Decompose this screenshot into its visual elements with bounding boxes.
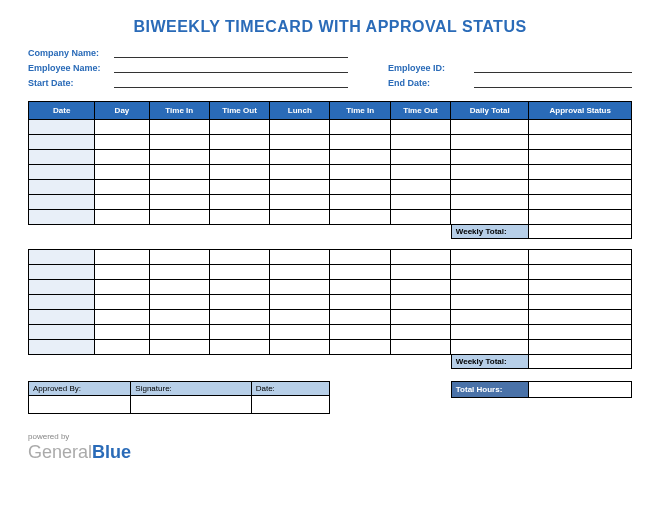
weekly-total-label: Weekly Total: — [451, 225, 529, 239]
table-row — [29, 165, 632, 180]
company-name-field[interactable] — [114, 46, 348, 58]
end-date-field[interactable] — [474, 76, 632, 88]
approval-date-label: Date: — [251, 382, 329, 396]
signature-label: Signature: — [131, 382, 251, 396]
footer: powered by GeneralBlue — [28, 432, 632, 463]
weekly-total-week1: Weekly Total: — [451, 225, 632, 239]
start-date-field[interactable] — [114, 76, 348, 88]
col-lunch: Lunch — [270, 102, 330, 120]
company-name-label: Company Name: — [28, 48, 114, 58]
table-row — [29, 340, 632, 355]
date-cell[interactable] — [29, 135, 95, 150]
col-daily-total: Daily Total — [451, 102, 529, 120]
page-title: BIWEEKLY TIMECARD WITH APPROVAL STATUS — [28, 18, 632, 36]
approved-by-field[interactable] — [29, 396, 131, 414]
total-hours-box: Total Hours: — [451, 381, 632, 398]
table-row — [29, 250, 632, 265]
total-hours-label: Total Hours: — [451, 381, 529, 398]
col-time-out-1: Time Out — [209, 102, 269, 120]
timecard-table-week2 — [28, 249, 632, 355]
weekly-total-week2: Weekly Total: — [451, 355, 632, 369]
brand-logo: GeneralBlue — [28, 442, 632, 463]
date-cell[interactable] — [29, 265, 95, 280]
col-day: Day — [95, 102, 149, 120]
date-cell[interactable] — [29, 120, 95, 135]
end-date-label: End Date: — [388, 78, 474, 88]
date-cell[interactable] — [29, 295, 95, 310]
powered-by-text: powered by — [28, 432, 632, 441]
weekly-total-label: Weekly Total: — [451, 355, 529, 369]
date-cell[interactable] — [29, 280, 95, 295]
table-row — [29, 265, 632, 280]
date-cell[interactable] — [29, 325, 95, 340]
date-cell[interactable] — [29, 180, 95, 195]
meta-section: Company Name: Employee Name: Start Date:… — [28, 46, 632, 91]
col-time-out-2: Time Out — [390, 102, 450, 120]
table-row — [29, 150, 632, 165]
table-row — [29, 120, 632, 135]
date-cell[interactable] — [29, 250, 95, 265]
date-cell[interactable] — [29, 195, 95, 210]
weekly-total-value[interactable] — [529, 355, 632, 369]
weekly-total-value[interactable] — [529, 225, 632, 239]
table-row — [29, 210, 632, 225]
approval-table: Approved By: Signature: Date: — [28, 381, 330, 414]
approval-date-field[interactable] — [251, 396, 329, 414]
date-cell[interactable] — [29, 340, 95, 355]
table-row — [29, 180, 632, 195]
col-time-in-1: Time In — [149, 102, 209, 120]
timecard-table-week1: Date Day Time In Time Out Lunch Time In … — [28, 101, 632, 225]
col-date: Date — [29, 102, 95, 120]
employee-name-field[interactable] — [114, 61, 348, 73]
date-cell[interactable] — [29, 150, 95, 165]
col-approval-status: Approval Status — [529, 102, 632, 120]
approved-by-label: Approved By: — [29, 382, 131, 396]
table-row — [29, 195, 632, 210]
start-date-label: Start Date: — [28, 78, 114, 88]
table-row — [29, 135, 632, 150]
table-row — [29, 295, 632, 310]
total-hours-value[interactable] — [529, 381, 632, 398]
date-cell[interactable] — [29, 165, 95, 180]
signature-field[interactable] — [131, 396, 251, 414]
employee-id-field[interactable] — [474, 61, 632, 73]
date-cell[interactable] — [29, 310, 95, 325]
date-cell[interactable] — [29, 210, 95, 225]
table-row — [29, 280, 632, 295]
employee-id-label: Employee ID: — [388, 63, 474, 73]
col-time-in-2: Time In — [330, 102, 390, 120]
table-row — [29, 310, 632, 325]
employee-name-label: Employee Name: — [28, 63, 114, 73]
table-row — [29, 325, 632, 340]
